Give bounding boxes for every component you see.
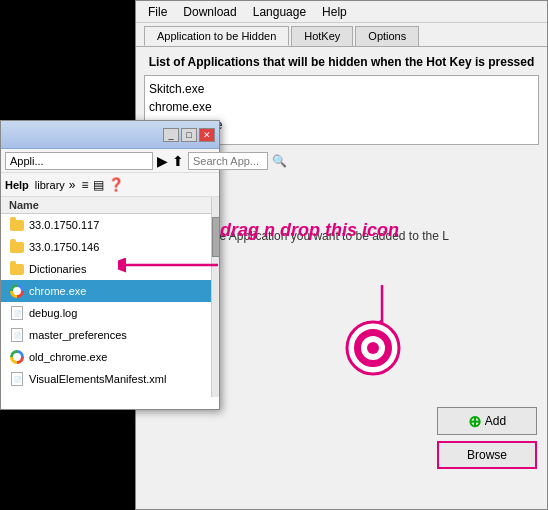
file-item-master[interactable]: 📄 master_preferences [1, 324, 219, 346]
tab-options[interactable]: Options [355, 26, 419, 46]
minimize-button[interactable]: _ [163, 128, 179, 142]
tab-hotkey[interactable]: HotKey [291, 26, 353, 46]
file-item-chrome[interactable]: chrome.exe [1, 280, 219, 302]
file-name-manifest: VisualElementsManifest.xml [29, 373, 166, 385]
help-label: Help [5, 179, 29, 191]
add-button[interactable]: ⊕ Add [437, 407, 537, 435]
folder-icon-2 [9, 261, 25, 277]
close-button[interactable]: ✕ [199, 128, 215, 142]
address-input[interactable] [5, 152, 153, 170]
file-item-0[interactable]: 33.0.1750.117 [1, 214, 219, 236]
view-icon-2[interactable]: ▤ [93, 178, 104, 192]
search-input[interactable] [188, 152, 268, 170]
explorer-titlebar: _ □ ✕ [1, 121, 219, 149]
file-name-1: 33.0.1750.146 [29, 241, 99, 253]
browse-button-label: Browse [467, 448, 507, 462]
doc-icon-2: 📄 [9, 371, 25, 387]
tab-bar: Application to be Hidden HotKey Options [136, 23, 547, 47]
file-item-old-chrome[interactable]: old_chrome.exe [1, 346, 219, 368]
description-text: List of Applications that will be hidden… [144, 55, 539, 69]
browse-button[interactable]: Browse [437, 441, 537, 469]
menu-bar: File Download Language Help [136, 1, 547, 23]
chrome-icon-1 [9, 349, 25, 365]
app-list-item-0[interactable]: Skitch.exe [149, 80, 534, 98]
menu-language[interactable]: Language [245, 3, 314, 21]
library-label[interactable]: library [35, 179, 65, 191]
explorer-window: _ □ ✕ ▶ ⬆ 🔍 Help library » ≡ ▤ ❓ Name 33… [0, 120, 220, 410]
search-icon[interactable]: 🔍 [272, 154, 287, 168]
column-header-name: Name [1, 197, 219, 214]
tab-application-hidden[interactable]: Application to be Hidden [144, 26, 289, 46]
file-item-2[interactable]: Dictionaries [1, 258, 219, 280]
expand-icon[interactable]: » [69, 178, 76, 192]
folder-icon-0 [9, 217, 25, 233]
chrome-icon-0 [9, 283, 25, 299]
folder-icon-1 [9, 239, 25, 255]
view-icon[interactable]: ≡ [81, 178, 88, 192]
maximize-button[interactable]: □ [181, 128, 197, 142]
address-bar: ▶ ⬆ 🔍 [1, 149, 219, 173]
add-button-label: Add [485, 414, 506, 428]
app-list-item-1[interactable]: chrome.exe [149, 98, 534, 116]
file-list: 33.0.1750.117 33.0.1750.146 Dictionaries… [1, 214, 219, 397]
menu-help[interactable]: Help [314, 3, 355, 21]
go-button[interactable]: ▶ [157, 153, 168, 169]
menu-download[interactable]: Download [175, 3, 244, 21]
explorer-title [5, 129, 8, 141]
scrollbar-thumb[interactable] [212, 217, 219, 257]
file-list-container: Name 33.0.1750.117 33.0.1750.146 Diction… [1, 197, 219, 397]
help-icon[interactable]: ❓ [108, 177, 124, 192]
file-name-2: Dictionaries [29, 263, 86, 275]
scrollbar[interactable] [211, 197, 219, 397]
doc-icon-0: 📄 [9, 305, 25, 321]
file-name-master: master_preferences [29, 329, 127, 341]
file-name-chrome: chrome.exe [29, 285, 86, 297]
file-item-debug[interactable]: 📄 debug.log [1, 302, 219, 324]
file-name-debug: debug.log [29, 307, 77, 319]
file-item-1[interactable]: 33.0.1750.146 [1, 236, 219, 258]
file-item-manifest[interactable]: 📄 VisualElementsManifest.xml [1, 368, 219, 390]
file-name-0: 33.0.1750.117 [29, 219, 99, 231]
title-buttons: _ □ ✕ [163, 128, 215, 142]
file-name-old-chrome: old_chrome.exe [29, 351, 107, 363]
help-toolbar: Help library » ≡ ▤ ❓ [1, 173, 219, 197]
add-icon: ⊕ [468, 412, 481, 431]
doc-icon-1: 📄 [9, 327, 25, 343]
up-button[interactable]: ⬆ [172, 153, 184, 169]
menu-file[interactable]: File [140, 3, 175, 21]
